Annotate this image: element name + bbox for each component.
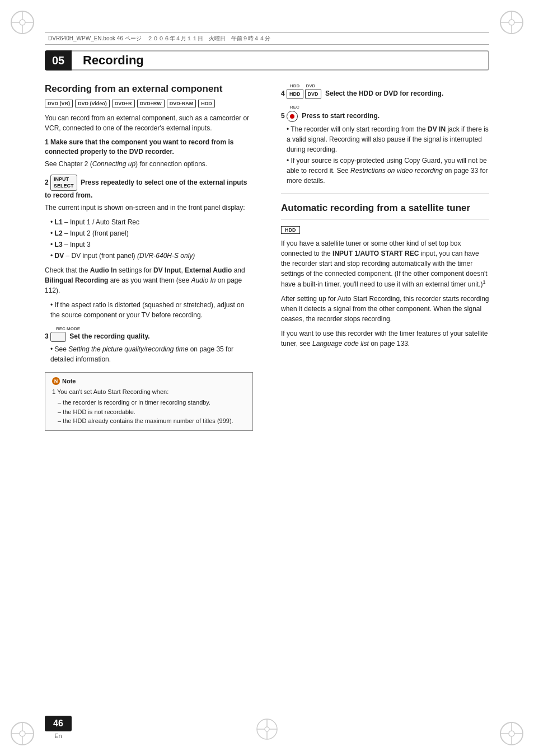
input-l2: L2 – Input 2 (front panel) bbox=[50, 228, 253, 238]
note-icon: N bbox=[52, 377, 60, 385]
badge-hdd: HDD bbox=[198, 100, 215, 107]
step-3-text: See Setting the picture quality/recordin… bbox=[50, 344, 253, 364]
satellite-text-1: If you have a satellite tuner or some ot… bbox=[281, 238, 489, 289]
rec-mode-icon bbox=[50, 332, 66, 342]
dvd-badge: DVD bbox=[305, 90, 321, 99]
meta-text: DVR640H_WPW_EN.book 46 ページ ２００６年４月１１日 火曜… bbox=[48, 35, 270, 41]
step-1-heading: 1 Make sure that the component you want … bbox=[45, 138, 253, 157]
section-divider-2 bbox=[281, 219, 489, 219]
corner-decoration-tr bbox=[495, 6, 528, 39]
right-column: HDD DVD 4 HDD DVD Select the HDD or DVD … bbox=[275, 83, 489, 711]
hdd-dvd-badges: HDD DVD bbox=[287, 90, 321, 99]
step-3-heading: REC MODE 3 Set the recording quality. bbox=[45, 326, 253, 342]
step-4-suffix: Select the HDD or DVD for recording. bbox=[325, 90, 443, 97]
meta-bar: DVR640H_WPW_EN.book 46 ページ ２００６年４月１１日 火曜… bbox=[45, 32, 489, 45]
svg-point-7 bbox=[509, 20, 514, 25]
note-item-3: the HDD already contains the maximum num… bbox=[58, 416, 246, 426]
step-5-suffix: Press to start recording. bbox=[302, 112, 380, 120]
input-l3: L3 – Input 3 bbox=[50, 240, 253, 250]
note-label: Note bbox=[62, 378, 76, 384]
step-2-number: 2 bbox=[45, 178, 50, 186]
step-3-list: See Setting the picture quality/recordin… bbox=[45, 344, 253, 364]
step-5-bullet-1: The recorder will only start recording f… bbox=[287, 124, 489, 154]
corner-decoration-bl bbox=[6, 717, 39, 750]
note-box: N Note 1 You can't set Auto Start Record… bbox=[45, 372, 253, 431]
step-2-subtext: The current input is shown on-screen and… bbox=[45, 203, 253, 213]
badge-dvd-ram: DVD-RAM bbox=[167, 100, 196, 107]
step-3-number: 3 bbox=[45, 332, 50, 340]
step-5-bullet-2: If your source is copy-protected using C… bbox=[287, 156, 489, 186]
satellite-text-3: If you want to use this recorder with th… bbox=[281, 328, 489, 349]
chapter-title: Recording bbox=[83, 53, 144, 68]
step-1: 1 Make sure that the component you want … bbox=[45, 138, 253, 169]
left-column: Recording from an external component DVD… bbox=[45, 83, 259, 711]
chapter-number: 05 bbox=[45, 50, 72, 71]
note-heading: N Note bbox=[52, 377, 246, 385]
badge-dvdplusr: DVD+R bbox=[112, 100, 135, 107]
step-2-heading: 2 INPUTSELECT Press repeatedly to select… bbox=[45, 175, 253, 200]
section-divider bbox=[281, 194, 489, 194]
step-2-distortion-note-list: If the aspect ratio is distorted (squash… bbox=[45, 300, 253, 320]
step-5: REC 5 Press to start recording. The reco… bbox=[281, 104, 489, 185]
note-list: the recorder is recording or in timer re… bbox=[52, 398, 246, 426]
input-l1: L1 – Input 1 / Auto Start Rec bbox=[50, 217, 253, 227]
right-section-title: Automatic recording from a satellite tun… bbox=[281, 202, 489, 214]
main-content: Recording from an external component DVD… bbox=[45, 83, 489, 711]
step-3-suffix: Set the recording quality. bbox=[69, 332, 149, 340]
hdd-only-badge: HDD bbox=[281, 226, 300, 234]
step-4: HDD DVD 4 HDD DVD Select the HDD or DVD … bbox=[281, 83, 489, 98]
svg-point-1 bbox=[20, 20, 25, 25]
left-section-title: Recording from an external component bbox=[45, 83, 253, 95]
chapter-title-box: Recording bbox=[72, 50, 489, 71]
badge-dvd-vr: DVD (VR) bbox=[45, 100, 73, 107]
input-list: L1 – Input 1 / Auto Start Rec L2 – Input… bbox=[45, 217, 253, 261]
hdd-only-badge-wrapper: HDD bbox=[281, 225, 489, 238]
chapter-header: 05 Recording bbox=[45, 50, 489, 71]
svg-point-13 bbox=[20, 731, 25, 736]
svg-point-25 bbox=[265, 727, 269, 731]
note-item-2: the HDD is not recordable. bbox=[58, 407, 246, 417]
step-2-audio-note: Check that the Audio In settings for DV … bbox=[45, 265, 253, 295]
step-3: REC MODE 3 Set the recording quality. Se… bbox=[45, 326, 253, 364]
superscript-1: 1 bbox=[483, 279, 485, 285]
step-5-bullets: The recorder will only start recording f… bbox=[281, 124, 489, 186]
step-5-heading: REC 5 Press to start recording. bbox=[281, 104, 489, 121]
step-4-number: 4 bbox=[281, 90, 287, 97]
page-lang: En bbox=[45, 732, 72, 739]
input-select-button-icon: INPUTSELECT bbox=[50, 175, 77, 191]
center-bottom-decoration bbox=[253, 715, 281, 745]
note-item-1: the recorder is recording or in timer re… bbox=[58, 398, 246, 407]
page-number-box: 46 En bbox=[45, 716, 72, 739]
step-1-text: See Chapter 2 (Connecting up) for connec… bbox=[45, 159, 253, 169]
input-dv: DV – DV input (front panel) (DVR-640H-S … bbox=[50, 251, 253, 261]
corner-decoration-tl bbox=[6, 6, 39, 39]
hdd-badge: HDD bbox=[287, 90, 303, 99]
rec-button-icon bbox=[287, 111, 298, 122]
page-number: 46 bbox=[45, 716, 72, 731]
badge-dvd-video: DVD (Video) bbox=[75, 100, 110, 107]
left-intro: You can record from an external componen… bbox=[45, 113, 253, 133]
satellite-text-2: After setting up for Auto Start Recordin… bbox=[281, 294, 489, 324]
compatibility-badges: DVD (VR) DVD (Video) DVD+R DVD+RW DVD-RA… bbox=[45, 100, 253, 107]
badge-dvdplusrw: DVD+RW bbox=[137, 100, 165, 107]
note-intro: 1 You can't set Auto Start Recording whe… bbox=[52, 387, 246, 397]
svg-point-19 bbox=[509, 731, 514, 736]
step-4-heading: HDD DVD 4 HDD DVD Select the HDD or DVD … bbox=[281, 83, 489, 98]
corner-decoration-br bbox=[495, 717, 528, 750]
step-5-number: 5 bbox=[281, 112, 287, 120]
step-2: 2 INPUTSELECT Press repeatedly to select… bbox=[45, 175, 253, 320]
step-2-distortion-note: If the aspect ratio is distorted (squash… bbox=[50, 300, 253, 320]
